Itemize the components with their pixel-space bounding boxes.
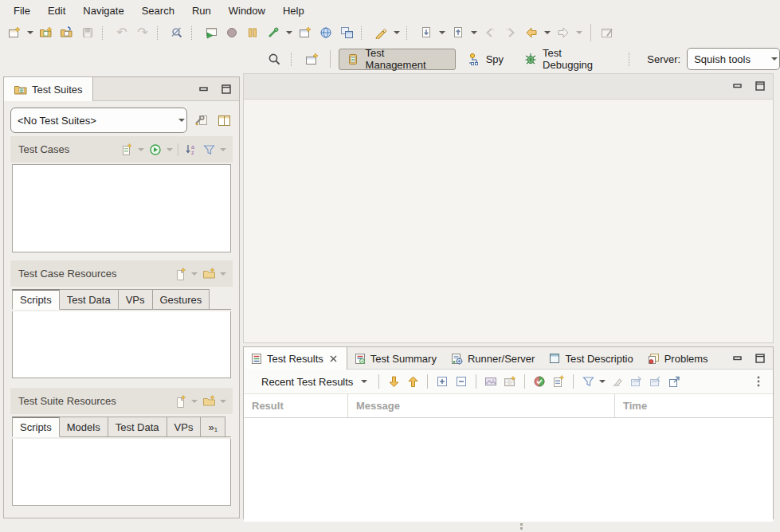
menu-file[interactable]: File <box>5 2 39 20</box>
pause-button[interactable] <box>243 23 262 42</box>
tab-vps[interactable]: VPs <box>119 289 153 310</box>
test-suite-resources-list[interactable] <box>12 439 231 506</box>
tab-suite-vps[interactable]: VPs <box>167 417 202 437</box>
forward-button[interactable] <box>554 23 573 42</box>
import-results-button[interactable] <box>626 372 645 391</box>
menu-run[interactable]: Run <box>183 2 220 20</box>
minimize-editor-button[interactable] <box>731 80 744 92</box>
maximize-editor-button[interactable] <box>754 80 766 92</box>
next-edit-location-button[interactable] <box>501 23 520 42</box>
search-button[interactable] <box>265 49 284 68</box>
new-test-case-caret[interactable] <box>138 148 144 151</box>
new-suite-resource-file-caret[interactable] <box>191 400 198 403</box>
new-report-button[interactable] <box>549 372 568 391</box>
perspective-test-management[interactable]: Test Management <box>339 49 456 70</box>
tab-gestures[interactable]: Gestures <box>153 289 210 310</box>
windows-layout-button[interactable] <box>337 23 356 42</box>
tab-test-description[interactable]: Test Descriptio <box>542 347 640 370</box>
picker-dropdown-caret[interactable] <box>286 31 292 34</box>
new-resource-file-button[interactable] <box>171 265 189 283</box>
run-test-button[interactable] <box>202 23 221 42</box>
clear-results-button[interactable] <box>607 372 626 391</box>
pin-editor-button[interactable] <box>598 23 617 42</box>
open-perspective-button[interactable] <box>303 49 322 68</box>
tab-problems[interactable]: Problems <box>641 347 715 370</box>
open-external-button[interactable] <box>664 372 684 391</box>
new-resource-folder-caret[interactable] <box>220 272 226 276</box>
test-case-resources-list[interactable] <box>12 311 231 378</box>
menu-edit[interactable]: Edit <box>39 2 74 20</box>
picker-button[interactable] <box>264 23 283 42</box>
server-combo[interactable]: Squish tools <box>687 48 780 70</box>
expand-all-button[interactable] <box>433 372 452 391</box>
next-failure-button[interactable] <box>384 372 403 391</box>
tab-test-suites[interactable]: Test Suites <box>4 77 93 101</box>
tab-test-data[interactable]: Test Data <box>60 289 119 310</box>
column-result[interactable]: Result <box>244 394 348 417</box>
filter-results-button[interactable] <box>578 372 598 391</box>
perspective-test-debugging[interactable]: Test Debugging <box>515 49 622 70</box>
previous-annotation-caret[interactable] <box>471 31 477 34</box>
tab-test-summary[interactable]: Test Summary <box>347 347 444 370</box>
view-menu-button[interactable] <box>749 372 768 391</box>
perspective-spy[interactable]: Spy <box>459 49 512 70</box>
new-resource-file-caret[interactable] <box>191 272 198 276</box>
minimize-bottom-panel-button[interactable] <box>731 352 744 365</box>
sort-test-cases-button[interactable]: az <box>182 141 199 158</box>
undo-button[interactable]: ↶ <box>112 23 131 42</box>
suite-combo[interactable]: <No Test Suites> <box>10 108 187 133</box>
recent-results-dropdown[interactable]: Recent Test Results <box>257 374 374 390</box>
tab-models[interactable]: Models <box>60 417 108 437</box>
maximize-view-button[interactable] <box>220 83 233 96</box>
run-test-cases-button[interactable] <box>147 141 164 158</box>
tab-test-results[interactable]: Test Results <box>243 347 347 370</box>
filter-test-cases-caret[interactable] <box>220 148 226 151</box>
show-screenshots-button[interactable] <box>481 372 500 391</box>
launch-button[interactable] <box>371 23 390 42</box>
redo-button[interactable]: ↷ <box>133 23 152 42</box>
tab-scripts[interactable]: Scripts <box>12 289 60 310</box>
close-test-results-icon[interactable] <box>328 353 339 364</box>
new-resource-folder-button[interactable] <box>200 265 218 283</box>
filter-results-caret[interactable] <box>599 380 606 383</box>
collapse-all-button[interactable] <box>452 372 471 391</box>
verify-results-button[interactable] <box>530 372 549 391</box>
export-results-button[interactable] <box>645 372 664 391</box>
filter-test-cases-button[interactable] <box>200 141 218 158</box>
tab-overflow[interactable]: »₁ <box>201 417 225 437</box>
tab-suite-scripts[interactable]: Scripts <box>12 417 60 437</box>
new-test-case-button[interactable] <box>118 141 135 158</box>
menu-navigate[interactable]: Navigate <box>74 2 132 20</box>
column-time[interactable]: Time <box>615 394 773 417</box>
new-view-button[interactable] <box>296 23 315 42</box>
menu-help[interactable]: Help <box>274 2 313 20</box>
show-video-button[interactable] <box>500 372 519 391</box>
test-cases-list[interactable] <box>12 164 231 252</box>
menu-search[interactable]: Search <box>133 2 183 20</box>
launch-dropdown-caret[interactable] <box>394 31 400 34</box>
tab-runner-server[interactable]: Runner/Server <box>444 347 543 370</box>
back-button[interactable] <box>522 23 541 42</box>
maximize-bottom-panel-button[interactable] <box>754 352 766 365</box>
forward-dropdown-caret[interactable] <box>576 31 582 34</box>
minimize-view-button[interactable] <box>198 83 210 96</box>
previous-annotation-button[interactable] <box>449 23 468 42</box>
sash-handle[interactable] <box>518 522 524 531</box>
web-browser-button[interactable] <box>316 23 335 42</box>
open-test-suite-button[interactable] <box>57 23 76 42</box>
save-button[interactable] <box>78 23 97 42</box>
suite-layout-button[interactable] <box>217 111 233 129</box>
record-button[interactable] <box>222 23 241 42</box>
next-annotation-caret[interactable] <box>439 31 445 34</box>
results-table-body[interactable] <box>244 418 773 522</box>
last-edit-location-button[interactable] <box>480 23 500 42</box>
back-dropdown-caret[interactable] <box>544 31 551 34</box>
previous-failure-button[interactable] <box>403 372 422 391</box>
run-test-cases-caret[interactable] <box>167 148 173 151</box>
pick-object-button[interactable] <box>167 23 186 42</box>
tab-suite-test-data[interactable]: Test Data <box>108 417 167 437</box>
new-button[interactable] <box>5 23 24 42</box>
new-suite-resource-folder-caret[interactable] <box>220 400 226 403</box>
menu-window[interactable]: Window <box>220 2 274 20</box>
new-test-suite-button[interactable] <box>37 23 56 42</box>
